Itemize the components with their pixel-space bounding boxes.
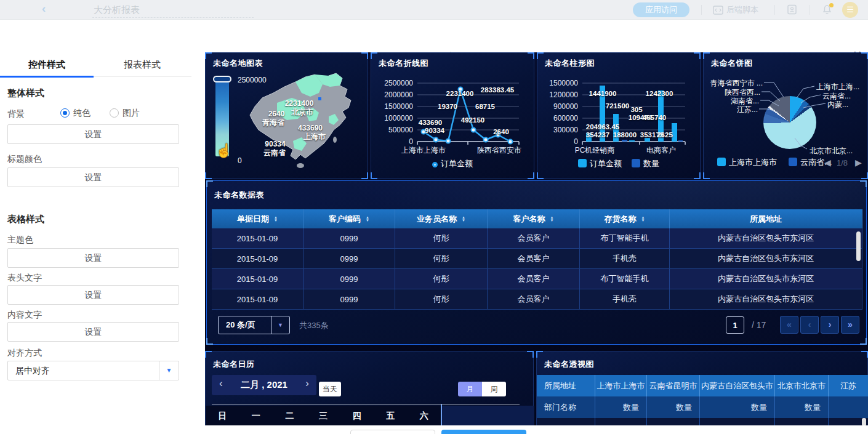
pivot-header-cell: 云南省昆明市 xyxy=(647,375,700,396)
confirm-button[interactable] xyxy=(441,430,526,434)
theme-color-label: 主题色 xyxy=(7,235,33,246)
map-region-value: 90334 xyxy=(265,140,285,148)
vertical-scrollbar[interactable] xyxy=(856,231,861,261)
pie-chart-panel[interactable]: 未命名饼图 青海省西宁市 ... 陕西省西... 湖南省... 江苏... 上海… xyxy=(703,52,868,179)
pie-pager-prev-icon[interactable]: ◀ xyxy=(824,158,831,167)
content-text-set-button[interactable]: 设置 xyxy=(7,322,179,342)
map-region-value: 2231400 xyxy=(285,99,314,108)
pivot-title: 未命名透视图 xyxy=(544,359,594,370)
tab-control-style[interactable]: 控件样式 xyxy=(0,52,94,77)
avatar[interactable]: ☰ xyxy=(842,2,858,18)
data-table-panel[interactable]: 未命名数据表 单据日期▲▼ 客户编码▲▼ 业务员名称▲▼ 客户名称▲▼ 存货名称… xyxy=(206,180,867,345)
align-select[interactable]: 居中对齐 ▼ xyxy=(7,361,179,380)
pivot-header-cell: 数量 xyxy=(647,396,700,418)
page-size-select[interactable]: 20 条/页 ▼ xyxy=(218,316,290,334)
column-label: 客户编码 xyxy=(329,214,361,225)
legend-swatch-icon xyxy=(717,158,726,166)
title-underline xyxy=(92,17,254,18)
title-color-set-button[interactable]: 设置 xyxy=(7,167,179,187)
sort-carets-icon: ▲▼ xyxy=(462,216,465,222)
data-label: 721500 xyxy=(606,102,629,110)
calendar-panel[interactable]: 未命名日历 ‹ 二月 , 2021 › 当天 月 周 日 一 二 三 四 五 六 xyxy=(205,351,534,425)
background-set-button[interactable]: 设置 xyxy=(7,124,179,144)
cell: 0999 xyxy=(303,269,395,289)
map-chart-panel[interactable]: 未命名地图表 2500000 0 ☝ 2231400 北京市 2640 青海省 xyxy=(205,52,368,179)
map-region-name: 北京市 xyxy=(291,107,313,118)
cell: 内蒙古自治区包头市东河区 xyxy=(670,269,862,289)
column-header-sortable[interactable]: 业务员名称▲▼ xyxy=(395,209,488,228)
cell: 会员客户 xyxy=(488,228,580,249)
cell: 2015-01-09 xyxy=(212,228,303,249)
bar-chart-panel[interactable]: 未命名柱形图 1500000 1200000 900000 600000 300… xyxy=(537,52,701,179)
cell: 布丁智能手机 xyxy=(580,228,670,249)
cell: 会员客户 xyxy=(488,289,580,310)
column-header-sortable[interactable]: 单据日期▲▼ xyxy=(212,209,303,228)
dashboard-preview: 未命名地图表 2500000 0 ☝ 2231400 北京市 2640 青海省 xyxy=(205,52,868,425)
sort-carets-icon: ▲▼ xyxy=(274,216,278,222)
page-number-input[interactable] xyxy=(726,316,744,334)
map-range-slider-handle[interactable] xyxy=(213,76,231,82)
pivot-panel[interactable]: 未命名透视图 所属地址 上海市上海市 云南省昆明市 内蒙古自治区包头市 北京市北… xyxy=(536,351,868,425)
today-button[interactable]: 当天 xyxy=(319,382,341,396)
app-access-button[interactable]: 应用访问 xyxy=(633,2,689,17)
map-region-name: 上海市 xyxy=(303,132,326,142)
next-page-button[interactable]: › xyxy=(821,316,839,334)
cell: 何彤 xyxy=(395,269,488,289)
cell: 手机壳 xyxy=(580,249,670,269)
legend-label: 数量 xyxy=(643,159,659,168)
x-axis-label: 陕西省西安市 xyxy=(465,145,533,156)
radio-solid-color[interactable]: 纯色 xyxy=(60,108,90,119)
sidebar-tabs: 控件样式 报表样式 xyxy=(0,52,191,77)
notifications-button[interactable] xyxy=(822,4,832,17)
bar-legend[interactable]: 订单金额 数量 xyxy=(537,158,700,169)
pie-callout: 江苏... xyxy=(709,105,758,115)
week-mode-button[interactable]: 周 xyxy=(482,382,506,396)
next-month-icon[interactable]: › xyxy=(305,377,309,390)
background-label: 背景 xyxy=(7,109,25,120)
align-select-value: 居中对齐 xyxy=(15,366,50,376)
month-mode-button[interactable]: 月 xyxy=(458,382,482,396)
weekday-row: 日 一 二 三 四 五 六 xyxy=(206,406,441,426)
column-label: 所属地址 xyxy=(750,214,782,225)
back-button[interactable]: ‹ xyxy=(42,2,46,15)
x-axis-label: PC机经销商 xyxy=(561,145,629,156)
column-header-sortable[interactable]: 存货名称▲▼ xyxy=(580,209,670,228)
pivot-header-row1: 所属地址 上海市上海市 云南省昆明市 内蒙古自治区包头市 北京市北京市 江苏 xyxy=(537,375,868,396)
prev-page-button[interactable]: ‹ xyxy=(800,316,819,334)
column-header-sortable[interactable]: 客户编码▲▼ xyxy=(303,209,395,228)
chevron-down-icon: ▼ xyxy=(271,316,289,334)
map-region-name: 云南省 xyxy=(263,148,286,158)
active-tab-indicator xyxy=(0,76,94,78)
title-color-label: 标题颜色 xyxy=(7,154,42,165)
radio-image[interactable]: 图片 xyxy=(110,108,140,119)
cancel-button[interactable] xyxy=(350,430,435,434)
sort-carets-icon: ▲▼ xyxy=(641,216,645,222)
column-header[interactable]: 所属地址 xyxy=(670,209,862,228)
modal-footer xyxy=(0,425,868,434)
data-label: 492150 xyxy=(461,116,484,124)
pivot-header-cell: 数量 xyxy=(775,396,829,418)
pivot-header-row2: 部门名称 数量 数量 数量 数量 xyxy=(537,396,868,418)
theme-color-set-button[interactable]: 设置 xyxy=(7,248,179,268)
column-header-sortable[interactable]: 客户名称▲▼ xyxy=(488,209,580,228)
contacts-button[interactable] xyxy=(787,4,797,15)
first-page-button[interactable]: « xyxy=(780,316,798,334)
header-text-set-button[interactable]: 设置 xyxy=(7,285,179,305)
calendar-title: 未命名日历 xyxy=(213,359,255,370)
header-text-label: 表头文字 xyxy=(7,273,42,284)
line-chart-panel[interactable]: 未命名折线图 2500000 2000000 1500000 1000000 5… xyxy=(371,52,534,179)
pie-pager-next-icon[interactable]: ▶ xyxy=(855,158,862,167)
column-label: 业务员名称 xyxy=(417,214,457,225)
backend-script-button[interactable]: 后端脚本 xyxy=(713,4,758,15)
tab-report-style[interactable]: 报表样式 xyxy=(95,52,189,77)
data-label: 1441900 xyxy=(589,90,617,97)
pie-legend-item[interactable]: 上海市上海市 xyxy=(717,157,777,168)
notification-badge xyxy=(829,3,834,7)
cell: 0999 xyxy=(303,249,395,269)
legend-label: 订单金额 xyxy=(441,159,473,168)
last-page-button[interactable]: » xyxy=(841,316,859,334)
legend-swatch-icon xyxy=(578,159,587,167)
line-legend[interactable]: 订单金额 xyxy=(371,158,534,169)
china-map[interactable]: 2231400 北京市 2640 青海省 433690 上海市 90334 云南… xyxy=(236,68,366,173)
divider xyxy=(701,5,702,15)
